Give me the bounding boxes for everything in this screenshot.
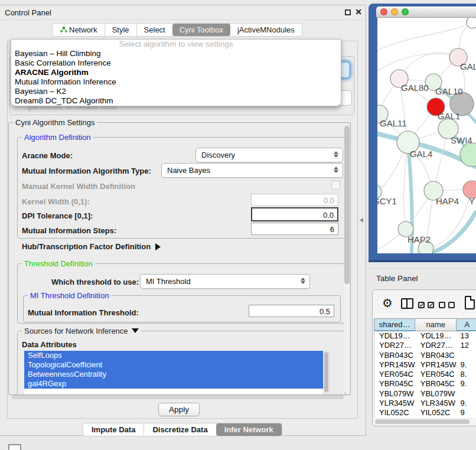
network-canvas[interactable]: GALGAL80GAL10GAL1GAL11SWI4GAL4GCY1HAP4YH… — [377, 18, 476, 253]
tab-select[interactable]: Select — [136, 24, 172, 36]
cell-value: 9. — [457, 379, 476, 389]
sources-group-title[interactable]: Sources for Network Inference — [22, 327, 141, 335]
minimize-traffic-light-icon[interactable] — [391, 8, 398, 15]
which-threshold-combo[interactable]: MI Threshold — [140, 274, 310, 289]
column-header-shared-name[interactable]: shared… — [374, 318, 415, 331]
column-header-partial[interactable]: A — [457, 318, 476, 331]
close-traffic-light-icon[interactable] — [380, 8, 387, 15]
data-attribute-item[interactable]: TopologicalCoefficient — [24, 360, 323, 370]
attributes-list-scrollbar[interactable] — [323, 351, 330, 394]
cell-value: 13 — [457, 331, 476, 341]
aracne-mode-label: Aracne Mode: — [22, 151, 73, 160]
tab-infer-network[interactable]: Infer Network — [216, 423, 282, 436]
cell-shared-name: YIL052C — [374, 408, 416, 418]
table-row[interactable]: YBR045C YBR045C 9. — [374, 379, 476, 389]
cell-name: YDR27… — [416, 341, 457, 350]
dpi-tolerance-label: DPI Tolerance [0,1]: — [22, 211, 93, 220]
which-threshold-label: Which threshold to use: — [51, 278, 139, 286]
function-builder-icon[interactable] — [465, 296, 475, 309]
kernel-width-field[interactable] — [251, 194, 338, 206]
manual-kernel-width-checkbox[interactable] — [331, 181, 340, 190]
cyni-algorithm-settings-group: Cyni Algorithm Settings Algorithm Defini… — [8, 122, 351, 395]
table-row[interactable]: YDR27… YDR27… 12 — [374, 341, 476, 350]
algorithm-dropdown-popup: Select algorithm to view settings Bayesi… — [11, 39, 341, 106]
settings-horizontal-scrollbar[interactable] — [12, 395, 344, 399]
split-columns-icon[interactable] — [401, 298, 413, 309]
table-row[interactable]: YDL19… YDL19… 13 — [374, 331, 476, 341]
kernel-width-label: Kernel Width (0,1): — [22, 197, 90, 206]
network-node-label: HAP2 — [407, 234, 431, 244]
network-node-label: GAL11 — [380, 118, 407, 128]
table-body: YDL19… YDL19… 13 YDR27… YDR27… 12 YBR043… — [374, 331, 476, 418]
algorithm-popup-item[interactable]: ARACNE Algorithm — [11, 68, 341, 77]
control-panel-title: Control Panel — [5, 8, 51, 17]
cell-name: YBR043C — [416, 351, 457, 360]
algorithm-popup-item[interactable]: Dream8 DC_TDC Algorithm — [11, 96, 341, 106]
zoom-traffic-light-icon[interactable] — [402, 8, 409, 15]
cell-value — [457, 351, 476, 360]
combo-stepper-icon — [334, 166, 339, 174]
docked-panel-icon[interactable] — [8, 444, 21, 450]
table-horizontal-scrollbar[interactable] — [374, 419, 476, 425]
cell-name: YBR045C — [416, 379, 457, 389]
hub-definition-toggle[interactable]: Hub/Transcription Factor Definition — [22, 242, 161, 251]
gear-icon[interactable]: ⚙ — [382, 297, 393, 309]
algorithm-popup-item[interactable]: Mutual Information Inference — [11, 77, 341, 87]
data-attribute-item[interactable]: SelfLoops — [24, 351, 323, 360]
algorithm-popup-item[interactable]: Basic Correlation Inference — [11, 58, 341, 68]
expanded-arrow-icon — [132, 328, 139, 333]
checked-checkbox-icon[interactable]: ✓ — [418, 302, 425, 308]
tab-jactivemnodules[interactable]: jActiveMNodules — [230, 24, 302, 36]
table-panel: ⚙ ✓ ✓ shared… name A YDL19… YDL19… 13 — [372, 289, 476, 426]
aracne-mode-combo[interactable]: Discovery — [195, 148, 343, 162]
algorithm-popup-item[interactable]: Bayesian – K2 — [11, 87, 341, 96]
column-header-name[interactable]: name — [415, 318, 457, 331]
table-row[interactable]: YPR145W YPR145W 9. — [374, 360, 476, 370]
network-window-titlebar[interactable] — [376, 6, 476, 18]
mi-steps-field[interactable] — [251, 223, 338, 235]
cell-shared-name: YER054C — [374, 370, 416, 379]
apply-button[interactable]: Apply — [158, 403, 200, 416]
unchecked-checkbox-icon[interactable] — [448, 302, 455, 308]
settings-vertical-scrollbar[interactable] — [344, 125, 350, 393]
table-row[interactable]: YIL052C YIL052C 9 — [374, 408, 476, 418]
manual-kernel-width-label: Manual Kernel Width Definition — [22, 182, 135, 191]
dpi-tolerance-field[interactable] — [251, 207, 338, 221]
table-row[interactable]: YER054C YER054C 8. — [374, 370, 476, 379]
tab-network[interactable]: Network — [53, 24, 105, 36]
algorithm-definition-title: Algorithm Definition — [22, 133, 93, 142]
table-panel-title: Table Panel — [376, 274, 418, 283]
close-icon[interactable]: ✕ — [355, 7, 362, 17]
cell-value: 9. — [457, 360, 476, 370]
float-window-icon[interactable] — [345, 9, 351, 15]
mi-algorithm-type-combo[interactable]: Naive Bayes — [161, 163, 343, 178]
data-attribute-item[interactable]: gal4RGexp — [24, 379, 323, 389]
checked-checkbox-icon[interactable]: ✓ — [428, 302, 434, 308]
unchecked-checkbox-icon[interactable] — [439, 302, 445, 308]
table-row[interactable]: YBL079W YBL079W — [374, 389, 476, 399]
tab-discretize-data[interactable]: Discretize Data — [144, 423, 216, 436]
cell-shared-name: YPR145W — [374, 360, 416, 370]
network-node[interactable] — [467, 18, 476, 28]
cell-value: 9 — [457, 408, 476, 418]
data-attribute-item[interactable]: BetweennessCentrality — [24, 370, 323, 379]
cyni-bottom-tabstrip: Impute Data Discretize Data Infer Networ… — [83, 423, 282, 436]
tab-impute-data[interactable]: Impute Data — [83, 423, 144, 436]
algorithm-popup-item[interactable]: Bayesian – Hill Climbing — [11, 49, 341, 58]
combo-stepper-icon — [334, 151, 339, 158]
tab-cyni-toolbox[interactable]: Cyni Toolbox — [172, 24, 230, 36]
panel-splitter-collapse-arrow[interactable] — [360, 218, 363, 223]
cell-name: YDL19… — [416, 331, 457, 341]
table-header-row: shared… name A — [374, 318, 476, 331]
tab-style[interactable]: Style — [105, 24, 136, 36]
cell-name: YLR345W — [416, 399, 457, 408]
mi-threshold-field[interactable] — [249, 305, 334, 317]
mi-steps-label: Mutual Information Steps: — [22, 226, 116, 235]
table-row[interactable]: YBR043C YBR043C — [374, 351, 476, 360]
cell-shared-name: YBR043C — [374, 351, 416, 360]
table-row[interactable]: YLR345W YLR345W 9. — [374, 399, 476, 408]
network-icon — [60, 26, 67, 33]
network-node[interactable] — [460, 143, 476, 167]
network-node-label: GAL1 — [438, 111, 460, 121]
network-node-label: SWI4 — [451, 135, 472, 145]
